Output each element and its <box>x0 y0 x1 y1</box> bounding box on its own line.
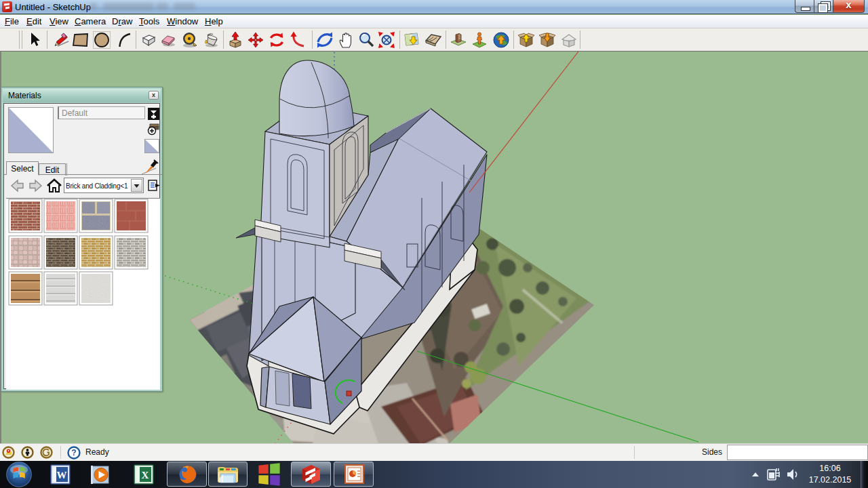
svg-text:?: ? <box>71 448 76 458</box>
svg-text:X: X <box>142 470 149 481</box>
svg-text:W: W <box>57 470 67 481</box>
